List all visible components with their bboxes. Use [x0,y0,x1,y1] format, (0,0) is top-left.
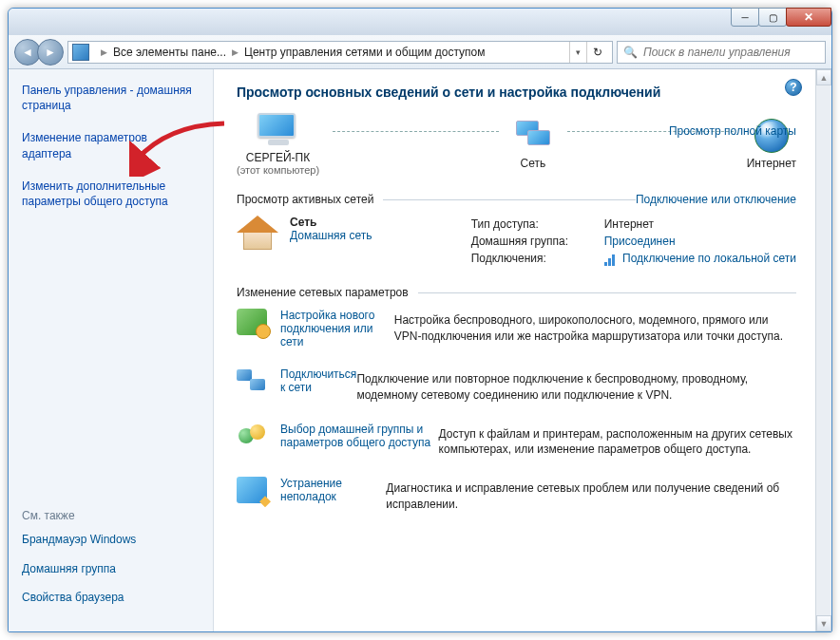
settings-list: Настройка нового подключения или сети На… [237,309,796,513]
chevron-right-icon: ▶ [232,47,239,57]
node-sublabel: (этот компьютер) [237,164,319,176]
option-link[interactable]: Подключиться к сети [280,367,356,404]
option-link[interactable]: Устранение неполадок [280,477,386,513]
sidebar-link-firewall[interactable]: Брандмауэр Windows [22,532,200,547]
network-type-link[interactable]: Домашняя сеть [290,229,372,242]
access-type-value: Интернет [604,216,654,233]
search-box[interactable]: 🔍 [617,41,826,64]
page-title: Просмотр основных сведений о сети и наст… [237,85,796,100]
homegroup-icon [237,423,267,449]
full-map-link[interactable]: Просмотр полной карты [669,124,796,138]
option-description: Настройка беспроводного, широкополосного… [394,312,796,348]
scroll-down-button[interactable]: ▼ [816,615,831,631]
scroll-track[interactable] [816,85,831,615]
access-type-label: Тип доступа: [471,216,595,233]
network-map: СЕРГЕЙ-ПК (этот компьютер) Сеть Интернет… [237,113,796,176]
sidebar-link-sharing-settings[interactable]: Изменить дополнительные параметры общего… [22,179,200,209]
computer-icon [258,113,299,147]
option-description: Подключение или повторное подключение к … [356,371,796,404]
breadcrumb-item[interactable]: Центр управления сетями и общим доступом [244,46,486,59]
option-link[interactable]: Настройка нового подключения или сети [280,309,394,348]
breadcrumb-item[interactable]: Все элементы пане... [113,46,226,59]
connections-label: Подключения: [471,250,595,267]
sidebar-home-link[interactable]: Панель управления - домашняя страница [22,83,200,113]
sidebar-link-adapter-settings[interactable]: Изменение параметров адаптера [22,130,200,160]
option-description: Доступ к файлам и принтерам, расположенн… [439,426,796,459]
troubleshoot-icon [237,477,267,503]
section-title: Изменение сетевых параметров [237,286,409,299]
homegroup-label: Домашняя группа: [471,233,595,250]
signal-icon [604,253,616,266]
minimize-button[interactable]: ─ [731,8,759,27]
close-button[interactable]: ✕ [786,8,831,27]
homegroup-link[interactable]: Присоединен [604,233,676,250]
chevron-right-icon: ▶ [101,47,107,57]
see-also-heading: См. также [22,509,200,522]
active-networks-header: Просмотр активных сетей Подключение или … [237,193,796,206]
active-network-row: Сеть Домашняя сеть Тип доступа: Интернет… [237,216,796,267]
maximize-button[interactable]: ▢ [758,8,787,27]
option-new-connection: Настройка нового подключения или сети На… [237,309,796,348]
node-label: Интернет [747,157,796,170]
option-link[interactable]: Выбор домашней группы и параметров общег… [280,423,439,459]
node-label: Сеть [512,157,554,170]
option-description: Диагностика и исправление сетевых пробле… [386,480,796,513]
house-icon [237,216,278,250]
node-label: СЕРГЕЙ-ПК [237,151,319,164]
address-bar[interactable]: ▶ Все элементы пане... ▶ Центр управлени… [67,41,613,64]
option-troubleshoot: Устранение неполадок Диагностика и испра… [237,477,796,513]
toolbar: ◄ ► ▶ Все элементы пане... ▶ Центр управ… [9,35,831,69]
connection-link[interactable]: Подключение по локальной сети [622,252,796,265]
scroll-up-button[interactable]: ▲ [816,69,831,85]
search-icon: 🔍 [623,46,638,59]
search-input[interactable] [643,46,819,59]
option-connect-network: Подключиться к сети Подключение или повт… [237,367,796,404]
new-connection-icon [237,309,267,335]
node-this-computer[interactable]: СЕРГЕЙ-ПК (этот компьютер) [237,113,319,176]
titlebar: ─ ▢ ✕ [9,9,831,35]
sidebar-link-homegroup[interactable]: Домашняя группа [22,561,200,576]
sidebar: Панель управления - домашняя страница Из… [9,69,214,631]
main-content: ? Просмотр основных сведений о сети и на… [214,69,815,631]
connection-line [333,131,499,132]
refresh-button[interactable]: ↻ [586,42,608,63]
network-icon [512,119,554,153]
option-homegroup-sharing: Выбор домашней группы и параметров общег… [237,423,796,459]
connect-network-icon [237,367,267,394]
sidebar-link-browser-properties[interactable]: Свойства браузера [22,590,200,605]
node-network[interactable]: Сеть [512,119,554,170]
help-icon[interactable]: ? [785,79,802,96]
window: ─ ▢ ✕ ◄ ► ▶ Все элементы пане... ▶ Центр… [8,8,832,632]
forward-button[interactable]: ► [37,39,64,66]
vertical-scrollbar[interactable]: ▲ ▼ [815,69,831,631]
connect-disconnect-link[interactable]: Подключение или отключение [636,193,796,206]
change-settings-header: Изменение сетевых параметров [237,286,796,299]
control-panel-icon [72,44,89,61]
network-name: Сеть [290,216,372,229]
address-dropdown[interactable]: ▾ [569,42,586,63]
section-title: Просмотр активных сетей [237,193,373,206]
